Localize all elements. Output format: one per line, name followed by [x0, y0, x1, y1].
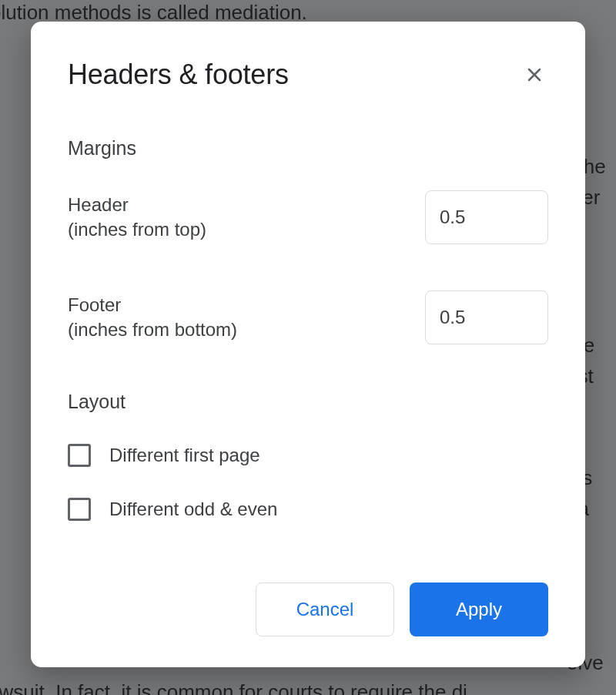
apply-button[interactable]: Apply — [410, 583, 548, 636]
different-first-page-option[interactable]: Different first page — [68, 444, 548, 467]
header-margin-row: Header (inches from top) — [68, 190, 548, 244]
dialog-footer: Cancel Apply — [68, 583, 548, 636]
different-odd-even-label: Different odd & even — [109, 499, 277, 520]
close-icon — [525, 65, 544, 84]
header-label-line1: Header — [68, 193, 206, 217]
dialog-header: Headers & footers — [68, 59, 548, 91]
margins-section-title: Margins — [68, 137, 548, 159]
footer-margin-input[interactable] — [425, 290, 548, 344]
header-label-line2: (inches from top) — [68, 217, 206, 242]
footer-label-line1: Footer — [68, 293, 237, 317]
header-margin-label: Header (inches from top) — [68, 193, 206, 243]
different-odd-even-option[interactable]: Different odd & even — [68, 498, 548, 521]
cancel-button[interactable]: Cancel — [256, 583, 394, 636]
headers-footers-dialog: Headers & footers Margins Header (inches… — [31, 22, 585, 667]
footer-margin-row: Footer (inches from bottom) — [68, 290, 548, 344]
footer-label-line2: (inches from bottom) — [68, 317, 237, 342]
close-button[interactable] — [521, 61, 548, 89]
different-first-page-checkbox[interactable] — [68, 444, 91, 467]
footer-margin-label: Footer (inches from bottom) — [68, 293, 237, 343]
different-first-page-label: Different first page — [109, 445, 260, 466]
header-margin-input[interactable] — [425, 190, 548, 244]
dialog-title: Headers & footers — [68, 59, 289, 91]
different-odd-even-checkbox[interactable] — [68, 498, 91, 521]
layout-section-title: Layout — [68, 391, 548, 413]
